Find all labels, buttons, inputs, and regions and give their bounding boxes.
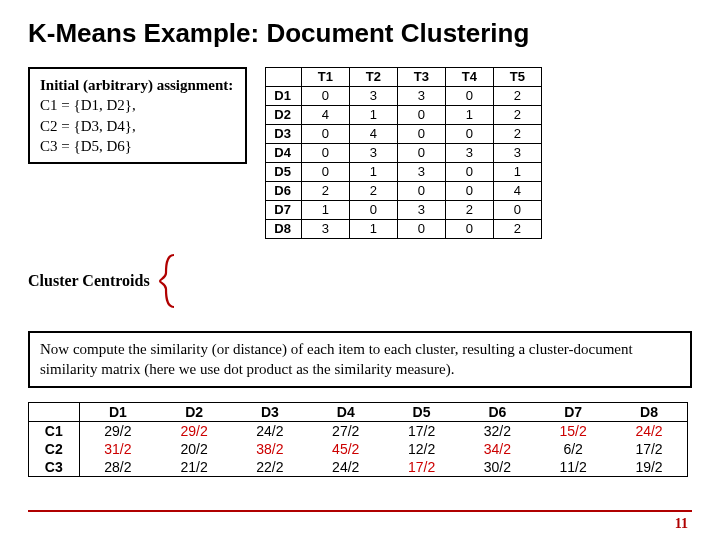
table-cell: 3	[301, 220, 349, 239]
similarity-table-wrap: D1D2D3D4D5D6D7D8 C129/229/224/227/217/23…	[28, 402, 688, 477]
col-header: D1	[79, 403, 156, 422]
row-header: D2	[266, 106, 302, 125]
table-cell: 2	[493, 87, 541, 106]
table-cell: 3	[349, 144, 397, 163]
table-cell: 38/2	[232, 440, 308, 458]
table-cell: 21/2	[156, 458, 232, 476]
assignment-line: C2 = {D3, D4},	[40, 116, 233, 136]
row-header: D1	[266, 87, 302, 106]
table-cell: 3	[445, 144, 493, 163]
table-cell: 30/2	[459, 458, 535, 476]
table-cell: 24/2	[308, 458, 384, 476]
col-header: D2	[156, 403, 232, 422]
table-cell: 1	[349, 220, 397, 239]
col-header: T5	[493, 68, 541, 87]
table-cell: 32/2	[459, 421, 535, 440]
table-cell: 2	[493, 125, 541, 144]
table-cell: 4	[301, 106, 349, 125]
table-cell: 1	[349, 106, 397, 125]
table-cell: 12/2	[384, 440, 460, 458]
table-cell: 0	[397, 220, 445, 239]
col-header: T4	[445, 68, 493, 87]
table-cell: 2	[445, 201, 493, 220]
table-cell: 2	[349, 182, 397, 201]
table-cell: 22/2	[232, 458, 308, 476]
table-cell: 29/2	[156, 421, 232, 440]
table-cell: 0	[301, 144, 349, 163]
table-cell: 0	[445, 87, 493, 106]
table-cell: 1	[349, 163, 397, 182]
table-cell: 3	[397, 87, 445, 106]
table-cell: 17/2	[384, 458, 460, 476]
col-header: D8	[611, 403, 687, 422]
table-corner	[266, 68, 302, 87]
table-cell: 17/2	[384, 421, 460, 440]
initial-assignment-box: Initial (arbitrary) assignment: C1 = {D1…	[28, 67, 247, 164]
table-cell: 15/2	[535, 421, 611, 440]
col-header: D4	[308, 403, 384, 422]
col-header: T1	[301, 68, 349, 87]
row-header: D4	[266, 144, 302, 163]
table-cell: 0	[445, 125, 493, 144]
table-cell: 19/2	[611, 458, 687, 476]
table-cell: 0	[301, 163, 349, 182]
table-cell: 0	[397, 106, 445, 125]
col-header: D6	[459, 403, 535, 422]
table-cell: 0	[301, 125, 349, 144]
table-cell: 0	[397, 125, 445, 144]
table-cell: 17/2	[611, 440, 687, 458]
table-cell: 0	[349, 201, 397, 220]
table-corner	[29, 403, 79, 422]
col-header: D3	[232, 403, 308, 422]
row-header: C3	[29, 458, 79, 476]
table-cell: 31/2	[79, 440, 156, 458]
table-cell: 29/2	[79, 421, 156, 440]
centroid-label: Cluster Centroids	[28, 272, 150, 290]
table-cell: 1	[493, 163, 541, 182]
footer-rule	[28, 510, 692, 512]
table-cell: 11/2	[535, 458, 611, 476]
table-cell: 1	[445, 106, 493, 125]
table-cell: 3	[397, 163, 445, 182]
col-header: T2	[349, 68, 397, 87]
assignment-line: C1 = {D1, D2},	[40, 95, 233, 115]
table-cell: 3	[493, 144, 541, 163]
table-cell: 28/2	[79, 458, 156, 476]
page-number: 11	[675, 516, 688, 532]
table-cell: 3	[349, 87, 397, 106]
assignment-header: Initial (arbitrary) assignment:	[40, 75, 233, 95]
table-cell: 34/2	[459, 440, 535, 458]
table-cell: 0	[301, 87, 349, 106]
table-cell: 45/2	[308, 440, 384, 458]
table-cell: 20/2	[156, 440, 232, 458]
table-cell: 0	[445, 182, 493, 201]
table-cell: 6/2	[535, 440, 611, 458]
brace-icon	[156, 253, 180, 309]
table-cell: 0	[445, 220, 493, 239]
instruction-note: Now compute the similarity (or distance)…	[28, 331, 692, 388]
assignment-line: C3 = {D5, D6}	[40, 136, 233, 156]
row-header: C1	[29, 421, 79, 440]
similarity-table: D1D2D3D4D5D6D7D8 C129/229/224/227/217/23…	[29, 403, 687, 476]
table-cell: 2	[493, 220, 541, 239]
slide-title: K-Means Example: Document Clustering	[28, 18, 692, 49]
table-cell: 2	[301, 182, 349, 201]
table-cell: 4	[493, 182, 541, 201]
table-cell: 24/2	[232, 421, 308, 440]
table-cell: 0	[445, 163, 493, 182]
col-header: D7	[535, 403, 611, 422]
row-header: D7	[266, 201, 302, 220]
row-header: C2	[29, 440, 79, 458]
row-header: D5	[266, 163, 302, 182]
col-header: D5	[384, 403, 460, 422]
row-header: D3	[266, 125, 302, 144]
table-cell: 4	[349, 125, 397, 144]
table-cell: 0	[397, 144, 445, 163]
table-cell: 24/2	[611, 421, 687, 440]
table-cell: 0	[493, 201, 541, 220]
document-term-table: T1 T2 T3 T4 T5 D103302D241012D304002D403…	[265, 67, 542, 239]
table-cell: 0	[397, 182, 445, 201]
table-cell: 3	[397, 201, 445, 220]
table-cell: 27/2	[308, 421, 384, 440]
table-cell: 1	[301, 201, 349, 220]
